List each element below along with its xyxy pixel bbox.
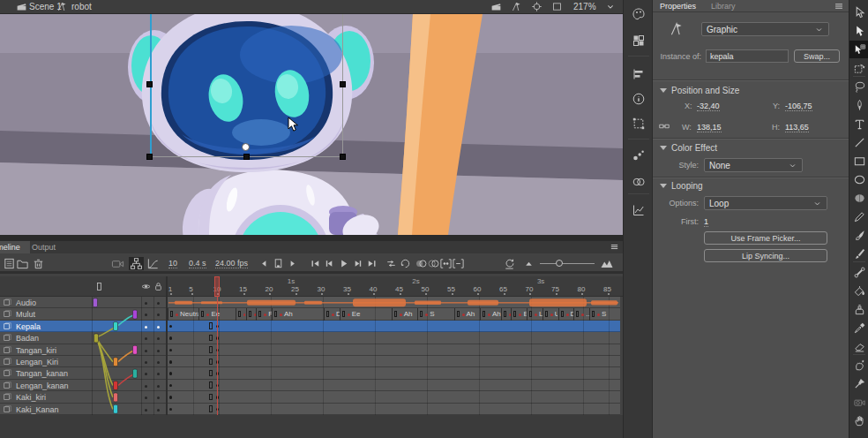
first-frame-value[interactable]: 1: [704, 217, 708, 227]
symbol-type-dropdown[interactable]: Graphic: [701, 22, 829, 36]
layer-visibility-dot[interactable]: [145, 361, 147, 364]
frame-row-kaki_kiri[interactable]: [168, 391, 620, 403]
camera-icon[interactable]: [111, 257, 124, 270]
edited-symbol-name[interactable]: robot: [71, 2, 92, 11]
tab-library[interactable]: Library: [711, 2, 736, 11]
layer-lock-dot[interactable]: [157, 361, 160, 364]
free-transform-tool[interactable]: [849, 59, 868, 77]
zoom-out-timeline-icon[interactable]: [522, 257, 535, 270]
layer-lock-dot[interactable]: [157, 302, 160, 305]
stage-canvas[interactable]: [0, 14, 623, 235]
instance-name-field[interactable]: kepala: [706, 49, 789, 63]
color-panel-icon[interactable]: [632, 7, 646, 21]
layer-lock-dot[interactable]: [157, 350, 160, 352]
new-folder-icon[interactable]: [16, 257, 29, 270]
layer-lock-dot[interactable]: [157, 326, 160, 328]
frame-row-badan[interactable]: [168, 332, 620, 344]
brush-library-panel-icon[interactable]: [632, 148, 646, 162]
position-size-header[interactable]: Position and Size: [660, 86, 739, 95]
link-dimensions-icon[interactable]: [658, 120, 670, 132]
use-frame-picker-button[interactable]: Use Frame Picker...: [704, 231, 827, 245]
layer-visibility-dot[interactable]: [145, 302, 147, 305]
h-value[interactable]: 113,65: [785, 123, 809, 132]
tab-timeline[interactable]: Timeline: [0, 241, 30, 253]
swap-button[interactable]: Swap...: [794, 49, 840, 63]
play-icon[interactable]: [337, 257, 350, 270]
swatches-panel-icon[interactable]: [632, 34, 646, 48]
asset-warp-tool[interactable]: [849, 41, 868, 58]
stage-zoom-value[interactable]: 217%: [573, 2, 596, 11]
layer-lock-dot[interactable]: [157, 373, 160, 375]
transform-point[interactable]: [242, 143, 250, 151]
align-panel-icon[interactable]: [632, 67, 646, 81]
onion-skin-icon[interactable]: [415, 257, 428, 270]
edit-symbol-icon[interactable]: [56, 1, 68, 12]
clapperboard-menu-icon[interactable]: [490, 1, 502, 12]
mouth-keyframe-segment[interactable]: S: [417, 308, 453, 320]
graph-view-icon[interactable]: [146, 257, 160, 270]
transform-panel-icon[interactable]: [632, 117, 646, 131]
reset-timeline-zoom-icon[interactable]: [503, 257, 516, 270]
frame-rate-value[interactable]: 24.00 fps: [215, 259, 248, 268]
prev-frame-icon[interactable]: [323, 257, 336, 270]
mouth-keyframe-segment[interactable]: D: [236, 308, 246, 320]
mouth-keyframe-segment[interactable]: ..: [573, 308, 589, 320]
timeline-panel-menu-icon[interactable]: [609, 241, 620, 253]
stage-zoom-chevron-icon[interactable]: [605, 1, 616, 12]
info-panel-icon[interactable]: [632, 92, 646, 106]
pen-tool[interactable]: [849, 96, 868, 114]
first-frame-icon[interactable]: [309, 257, 322, 270]
layer-lock-dot[interactable]: [157, 409, 160, 412]
mouth-keyframe-segment[interactable]: L: [527, 308, 542, 320]
zoom-in-timeline-icon[interactable]: [600, 257, 614, 271]
frame-picker-panel-icon[interactable]: [632, 203, 646, 217]
pencil-tool[interactable]: [849, 208, 868, 225]
parent-view-icon[interactable]: [129, 257, 144, 270]
prev-marker-icon[interactable]: [258, 257, 271, 270]
paint-brush-tool[interactable]: [849, 226, 868, 244]
paint-bucket-tool[interactable]: [849, 282, 868, 299]
current-frame-value[interactable]: 10: [168, 259, 177, 268]
timeline-zoom-knob[interactable]: [556, 260, 563, 267]
mouth-keyframe-segment[interactable]: E: [246, 308, 257, 320]
classic-brush-tool[interactable]: [849, 245, 868, 262]
mouth-keyframe-segment[interactable]: Ee: [340, 308, 392, 320]
flip-frames-icon[interactable]: [385, 257, 398, 270]
clip-content-icon[interactable]: [551, 1, 563, 12]
edit-multiple-frames-icon[interactable]: [439, 257, 453, 270]
playhead-marker[interactable]: [214, 276, 220, 297]
w-value[interactable]: 138,15: [697, 123, 722, 132]
eyedropper-tool[interactable]: [849, 319, 868, 336]
mouth-keyframe-segment[interactable]: Ah: [392, 308, 418, 320]
edit-symbols-menu-icon[interactable]: [511, 1, 522, 12]
layer-visibility-dot[interactable]: [145, 313, 147, 316]
frame-row-lengan_kanan[interactable]: [168, 380, 620, 391]
selection-bounding-box[interactable]: [150, 14, 343, 157]
layer-visibility-dot[interactable]: [145, 373, 147, 375]
modify-markers-icon[interactable]: [452, 257, 465, 270]
frame-row-kepala[interactable]: [168, 321, 620, 332]
onion-outline-icon[interactable]: [427, 257, 440, 270]
mouth-keyframe-segment[interactable]: Neutral: [168, 308, 198, 320]
mouth-keyframe-segment[interactable]: Ah: [272, 308, 324, 320]
text-tool[interactable]: [849, 115, 868, 132]
mouth-keyframe-segment[interactable]: S: [589, 308, 620, 320]
layer-visibility-dot[interactable]: [145, 337, 147, 340]
y-value[interactable]: -106,75: [785, 102, 812, 111]
looping-header[interactable]: Looping: [660, 181, 703, 191]
delete-layer-icon[interactable]: [32, 257, 45, 270]
subselection-tool[interactable]: [849, 22, 868, 40]
selection-handle-left[interactable]: [146, 81, 153, 87]
frame-row-lengan_kiri[interactable]: [168, 356, 620, 367]
mouth-keyframe-segment[interactable]: F: [256, 308, 272, 320]
frame-row-kaki_kanan[interactable]: [168, 404, 620, 415]
center-stage-icon[interactable]: [531, 1, 542, 12]
elapsed-time-value[interactable]: 0.4 s: [189, 259, 206, 268]
loop-options-dropdown[interactable]: Loop: [704, 196, 827, 210]
mouth-keyframe-segment[interactable]: E: [511, 308, 527, 320]
hand-tool[interactable]: [849, 412, 868, 429]
color-effect-header[interactable]: Color Effect: [660, 143, 717, 153]
selection-handle-bottom-center[interactable]: [243, 154, 250, 160]
frame-row-audio[interactable]: [168, 297, 620, 308]
frame-row-mulut[interactable]: NeutralEeDEFAhDEeAhSAhAhMELUhD..S: [168, 308, 620, 320]
